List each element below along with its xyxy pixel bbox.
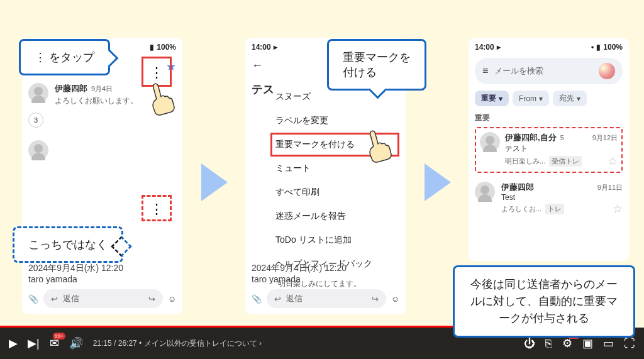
battery-icon: ▮	[596, 43, 601, 52]
back-icon[interactable]: ←	[252, 59, 263, 72]
menu-print-all[interactable]: すべて印刷	[270, 180, 399, 204]
label-chip: 受信トレ	[549, 156, 582, 167]
settings-button[interactable]: ⚙HD	[562, 336, 572, 350]
next-button[interactable]: ▶|	[28, 336, 40, 350]
arrow-icon	[425, 163, 451, 201]
email-date: 2024年9月4日(水) 12:20	[252, 263, 399, 274]
subject-text: テスト	[505, 143, 618, 154]
snippet-text: よろしくお...	[501, 204, 541, 214]
menu-icon[interactable]: ≡	[482, 65, 488, 77]
label-chip: トレ	[545, 204, 564, 214]
mail-row-highlighted[interactable]: 伊藤四郎,自分 5 9月12日 テスト 明日楽しみ... 受信トレ ☆	[475, 127, 623, 173]
search-bar[interactable]: ≡ メールを検索	[475, 58, 623, 84]
miniplayer-button[interactable]: ▣	[582, 336, 593, 350]
menu-add-todo[interactable]: ToDo リストに追加	[270, 228, 399, 252]
emoji-icon[interactable]: ☺	[168, 294, 176, 304]
callout-mark-important: 重要マークを 付ける	[327, 39, 426, 91]
thread-count: 5	[560, 134, 564, 141]
reply-button[interactable]: ↩返信 ↪	[267, 289, 386, 308]
avatar	[475, 182, 495, 202]
row-date: 9月11日	[597, 183, 623, 192]
highlight-more-dots-bottom: ⋮	[142, 195, 172, 221]
chip-important[interactable]: 重要▾	[475, 91, 509, 106]
star-icon-empty[interactable]: ☆	[613, 202, 623, 216]
volume-button[interactable]: 🔊	[69, 336, 83, 350]
battery-icon: ▮	[150, 43, 154, 52]
player-time: 21:15 / 26:27 • メイン以外の受信トレイについて ›	[93, 338, 262, 349]
section-label: 重要	[475, 113, 623, 123]
sender-name: 伊藤四郎,自分	[505, 132, 557, 143]
row-date: 9月12日	[592, 133, 618, 143]
search-placeholder: メールを検索	[494, 65, 592, 77]
reply-button[interactable]: ↩返信 ↪	[43, 289, 163, 308]
battery-text: 100%	[603, 43, 623, 52]
email-sender: taro yamada	[28, 274, 176, 284]
thread-item[interactable]	[28, 140, 176, 160]
battery-text: 100%	[157, 43, 176, 52]
chip-to[interactable]: 宛先▾	[553, 91, 587, 106]
play-button[interactable]: ▶	[9, 336, 18, 350]
sender-name: 伊藤四郎	[55, 83, 87, 94]
status-bar: 14:00 ▸ •▮100%	[475, 43, 623, 52]
subject-text: Test	[501, 193, 623, 202]
star-icon-empty[interactable]: ☆	[608, 154, 618, 168]
callout-future-auto: 今後は同じ送信者からのメールに対して、自動的に重要マークが付与される	[453, 265, 635, 338]
autoplay-toggle[interactable]: ⏻	[524, 337, 535, 350]
arrow-icon	[201, 163, 228, 201]
profile-avatar[interactable]	[599, 63, 615, 79]
callout-tap-dots: ⋮ をタップ	[19, 39, 110, 75]
more-dots-icon[interactable]: ⋮	[143, 197, 170, 222]
fullscreen-button[interactable]: ⛶	[624, 337, 635, 350]
mail-row[interactable]: 伊藤四郎 9月11日 Test よろしくお... トレ ☆	[475, 182, 623, 216]
video-frame: ⋮ をタップ 重要マークを 付ける こっちではなく 今後は同じ送信者からのメール…	[0, 0, 644, 359]
clock-text: 14:00	[475, 43, 494, 52]
avatar	[28, 140, 48, 160]
chip-from[interactable]: From▾	[513, 91, 549, 106]
reply-label: 返信	[63, 293, 79, 304]
snippet-text: 明日楽しみ...	[505, 157, 545, 166]
attachment-icon[interactable]: 📎	[252, 294, 262, 304]
phone-screen-3: 14:00 ▸ •▮100% ≡ メールを検索 重要▾ From▾ 宛先▾ 重要…	[469, 38, 629, 261]
avatar	[480, 132, 500, 152]
mail-notification-icon[interactable]: ✉	[50, 336, 59, 350]
mail-title: テス	[252, 82, 274, 97]
callout-not-this-one: こっちではなく	[13, 226, 123, 263]
captions-button[interactable]: ⎘	[545, 337, 552, 350]
thread-date: 9月4日	[91, 84, 113, 94]
menu-report-spam[interactable]: 迷惑メールを報告	[270, 204, 399, 228]
avatar	[28, 83, 48, 103]
email-sender: taro yamada	[252, 274, 399, 284]
emoji-icon[interactable]: ☺	[391, 294, 399, 304]
clock-text: 14:00	[252, 43, 271, 52]
thread-count-badge[interactable]: 3	[28, 113, 43, 128]
theater-button[interactable]: ▭	[603, 336, 614, 350]
youtube-icon: ▸	[274, 43, 277, 52]
email-date: 2024年9月4日(水) 12:20	[28, 263, 176, 274]
reply-label: 返信	[286, 293, 303, 304]
attachment-icon[interactable]: 📎	[28, 294, 38, 304]
sender-name: 伊藤四郎	[501, 182, 534, 193]
